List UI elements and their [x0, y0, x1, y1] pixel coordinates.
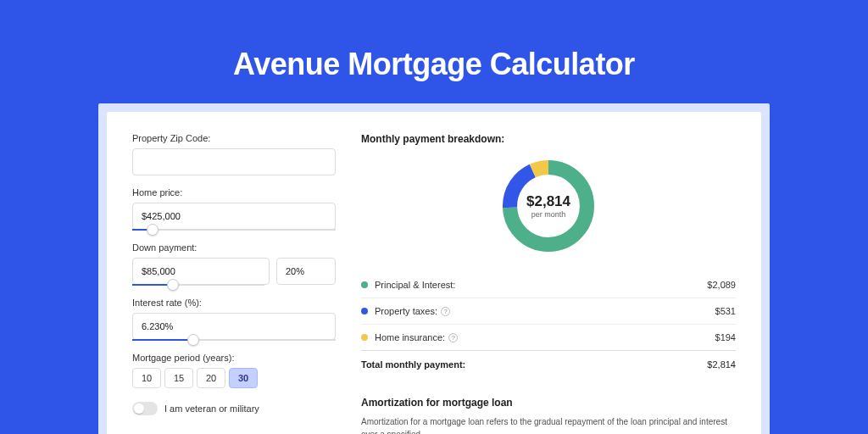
donut-center: $2,814 per month	[498, 155, 599, 257]
breakdown-column: Monthly payment breakdown: $2,814 per mo…	[361, 133, 736, 434]
total-value: $2,814	[707, 359, 736, 370]
calculator-card: Property Zip Code: Home price: Down paym…	[107, 112, 761, 434]
help-icon[interactable]: ?	[441, 307, 450, 316]
legend-row: Home insurance: ?$194	[361, 325, 736, 350]
zip-input[interactable]	[132, 148, 336, 175]
legend-dot-icon	[361, 334, 368, 341]
total-label: Total monthly payment:	[361, 359, 707, 370]
period-label: Mortgage period (years):	[132, 353, 336, 363]
legend-label: Property taxes: ?	[375, 306, 715, 316]
legend-label: Home insurance: ?	[375, 332, 715, 342]
interest-field: Interest rate (%):	[132, 298, 336, 341]
home-price-label: Home price:	[132, 187, 336, 198]
home-price-slider[interactable]	[132, 229, 336, 231]
zip-field: Property Zip Code:	[132, 133, 336, 175]
donut-center-sub: per month	[531, 210, 566, 219]
slider-fill	[132, 339, 193, 341]
interest-slider[interactable]	[132, 339, 336, 341]
legend-dot-icon	[361, 281, 368, 288]
donut-chart: $2,814 per month	[498, 155, 599, 257]
period-button-10[interactable]: 10	[132, 368, 161, 388]
legend-value: $2,089	[707, 280, 736, 290]
donut-chart-wrap: $2,814 per month	[361, 155, 736, 257]
home-price-field: Home price:	[132, 187, 336, 231]
down-payment-label: Down payment:	[132, 242, 336, 253]
help-icon[interactable]: ?	[448, 333, 458, 342]
period-field: Mortgage period (years): 10152030	[132, 353, 336, 388]
donut-center-value: $2,814	[526, 193, 570, 210]
breakdown-heading: Monthly payment breakdown:	[361, 133, 736, 145]
period-button-group: 10152030	[132, 368, 336, 388]
down-payment-pct-input[interactable]	[276, 258, 336, 285]
interest-label: Interest rate (%):	[132, 298, 336, 308]
breakdown-legend: Principal & Interest:$2,089Property taxe…	[361, 272, 736, 350]
legend-dot-icon	[361, 308, 368, 314]
veteran-toggle[interactable]	[132, 402, 158, 415]
zip-label: Property Zip Code:	[132, 133, 336, 143]
veteran-label: I am veteran or military	[164, 403, 259, 414]
legend-value: $194	[715, 332, 736, 342]
slider-thumb[interactable]	[187, 334, 199, 346]
down-payment-input[interactable]	[132, 258, 270, 285]
slider-thumb[interactable]	[147, 224, 159, 236]
period-button-15[interactable]: 15	[164, 368, 193, 388]
legend-label: Principal & Interest:	[375, 280, 707, 290]
down-payment-slider[interactable]	[132, 284, 264, 286]
legend-row: Property taxes: ?$531	[361, 298, 736, 325]
calculator-outer: Property Zip Code: Home price: Down paym…	[98, 103, 770, 434]
home-price-input[interactable]	[132, 203, 336, 230]
slider-thumb[interactable]	[167, 279, 179, 291]
page-title: Avenue Mortgage Calculator	[0, 0, 868, 103]
veteran-row: I am veteran or military	[132, 402, 336, 415]
legend-value: $531	[715, 306, 736, 316]
amortization-heading: Amortization for mortgage loan	[361, 387, 736, 415]
interest-input[interactable]	[132, 313, 336, 340]
period-button-30[interactable]: 30	[229, 368, 258, 388]
amortization-text: Amortization for a mortgage loan refers …	[361, 415, 736, 434]
down-payment-field: Down payment:	[132, 242, 336, 286]
period-button-20[interactable]: 20	[197, 368, 225, 388]
form-column: Property Zip Code: Home price: Down paym…	[132, 133, 336, 434]
legend-row: Principal & Interest:$2,089	[361, 272, 736, 298]
total-row: Total monthly payment: $2,814	[361, 350, 736, 381]
